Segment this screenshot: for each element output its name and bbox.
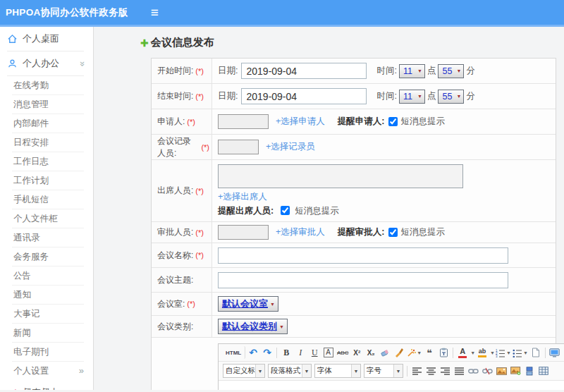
attendees-textarea[interactable] [218,164,463,188]
row-recorder: 会议记录人员:(*) +选择记录员 [152,135,556,160]
recorder-input[interactable] [218,140,259,154]
sidebar-item-work-plan[interactable]: 工作计划 [12,171,84,190]
sidebar-item-message-management[interactable]: 消息管理 [12,95,84,114]
shuffle-icon [7,388,18,391]
sidebar-item-personal-file-cabinet[interactable]: 个人文件柜 [12,209,84,228]
align-center-icon[interactable] [424,365,437,377]
dropdown-arrow-icon: ▼ [270,302,275,307]
paste-icon[interactable] [437,346,450,359]
ordered-list-icon[interactable]: 123▼ [496,346,511,359]
end-hour-select[interactable]: 11▼ [399,90,425,104]
row-meeting-name: 会议名称:(*) [152,243,556,268]
link-icon[interactable] [467,365,479,377]
heading-select[interactable]: 自定义标题▼ [223,364,265,378]
row-meeting-category: 会议类别: 默认会议类别▼ [152,316,556,338]
strikethrough-icon[interactable]: ABC [336,346,349,359]
home-icon [7,34,18,44]
start-date-input[interactable] [241,63,367,79]
unordered-list-icon[interactable]: ▼ [513,346,528,359]
font-family-select[interactable]: 字体▼ [314,364,361,378]
applicant-input[interactable] [218,114,269,129]
rich-text-editor: HTML ↶ ↷ B I U A ABC X² X₂ [218,343,564,390]
chevron-right-icon: » [80,388,85,391]
highlight-icon[interactable]: ab [476,346,489,359]
font-color-icon[interactable]: A [456,346,469,359]
page-break-icon[interactable] [523,365,536,377]
app-title: PHPOA协同办公软件政务版 [6,6,128,19]
dropdown-arrow-icon: ▼ [417,68,422,73]
paragraph-format-select[interactable]: 段落格式▼ [268,364,312,378]
sidebar-item-personal-office[interactable]: 个人办公 » [0,51,93,75]
row-meeting-room: 会议室:(*) 默认会议室▼ [152,293,556,316]
editor-content-area[interactable] [219,381,564,390]
font-border-icon[interactable]: A [322,346,335,359]
choose-applicant-link[interactable]: +选择申请人 [276,116,325,128]
eraser-icon[interactable] [379,346,391,359]
sidebar-item-supervision[interactable]: 督查督办 » [0,381,93,390]
align-right-icon[interactable] [439,365,451,377]
sidebar-item-announcement[interactable]: 公告 [12,267,84,286]
attendees-sms-checkbox[interactable] [281,206,290,215]
sidebar-item-memorabilia[interactable]: 大事记 [12,305,84,324]
blockquote-icon[interactable]: ❝ [423,346,436,359]
choose-approver-link[interactable]: +选择审批人 [276,226,325,238]
applicant-sms-checkbox[interactable] [388,117,398,126]
meeting-name-input[interactable] [218,247,508,264]
sidebar-item-internal-mail[interactable]: 内部邮件 [12,114,84,133]
sidebar-item-e-journal[interactable]: 电子期刊 [12,343,84,362]
sidebar-item-personal-desktop[interactable]: 个人桌面 [0,27,93,51]
unlink-icon[interactable] [481,365,494,377]
editor-toolbar-row2: 自定义标题▼ 段落格式▼ 字体▼ 字号▼ [219,362,564,381]
main-content: ✚ 会议信息发布 开始时间:(*) 日期: 时间: 11▼ 点 55▼ 分 [94,27,564,390]
undo-icon[interactable]: ↶ [247,346,259,359]
redo-icon[interactable]: ↷ [261,346,274,359]
menu-icon[interactable]: ≡ [151,6,159,19]
row-end-time: 结束时间:(*) 日期: 时间: 11▼ 点 55▼ 分 [152,84,556,109]
sidebar-item-online-attendance[interactable]: 在线考勤 [12,76,84,95]
row-start-time: 开始时间:(*) 日期: 时间: 11▼ 点 55▼ 分 [152,59,556,84]
meeting-form: 开始时间:(*) 日期: 时间: 11▼ 点 55▼ 分 结束时间:(*) [151,58,556,390]
sidebar-item-work-log[interactable]: 工作日志 [12,152,84,171]
meeting-subject-input[interactable] [218,272,508,288]
sidebar-item-personal-settings[interactable]: 个人设置 » [12,362,84,381]
image-icon[interactable] [495,365,508,377]
row-approver: 审批人员:(*) +选择审批人 提醒审批人: 短消息提示 [152,222,556,243]
sidebar-item-news[interactable]: 新闻 [12,324,84,343]
approver-sms-checkbox[interactable] [388,228,398,237]
sidebar-item-mobile-sms[interactable]: 手机短信 [12,190,84,209]
start-hour-select[interactable]: 11▼ [399,64,425,78]
sidebar-item-conference-service[interactable]: 会务服务 [12,247,84,267]
chevron-down-icon: » [78,61,88,66]
user-icon [7,59,18,69]
new-page-icon[interactable] [529,346,542,359]
fullscreen-icon[interactable] [548,346,561,359]
sidebar-item-notice[interactable]: 通知 [12,286,84,305]
approver-input[interactable] [218,225,269,240]
font-size-select[interactable]: 字号▼ [364,364,403,378]
underline-icon[interactable]: U [308,346,321,359]
row-meeting-subject: 会议主题: [152,268,556,293]
superscript-icon[interactable]: X² [350,346,363,359]
image-add-icon[interactable] [509,365,522,377]
autotypeset-icon[interactable]: ▼ [407,346,422,359]
format-painter-icon[interactable] [393,346,405,359]
start-minute-select[interactable]: 55▼ [438,64,464,78]
align-left-icon[interactable] [410,365,423,377]
chevron-right-icon: » [79,362,84,380]
end-date-input[interactable] [241,88,367,104]
meeting-room-select[interactable]: 默认会议室▼ [218,296,278,312]
choose-attendees-link[interactable]: +选择出席人 [218,191,267,203]
bold-icon[interactable]: B [280,346,293,359]
sidebar-item-schedule[interactable]: 日程安排 [12,133,84,152]
html-source-button[interactable]: HTML [222,346,245,359]
page-title: ✚ 会议信息发布 [140,36,564,49]
subscript-icon[interactable]: X₂ [364,346,377,359]
choose-recorder-link[interactable]: +选择记录员 [266,141,315,153]
meeting-category-select[interactable]: 默认会议类别▼ [218,319,288,334]
italic-icon[interactable]: I [294,346,307,359]
table-icon[interactable] [537,365,550,377]
sidebar-item-contacts[interactable]: 通讯录 [12,228,84,247]
end-minute-select[interactable]: 55▼ [438,90,464,104]
dropdown-arrow-icon: ▼ [490,350,495,355]
align-justify-icon[interactable] [453,365,465,377]
